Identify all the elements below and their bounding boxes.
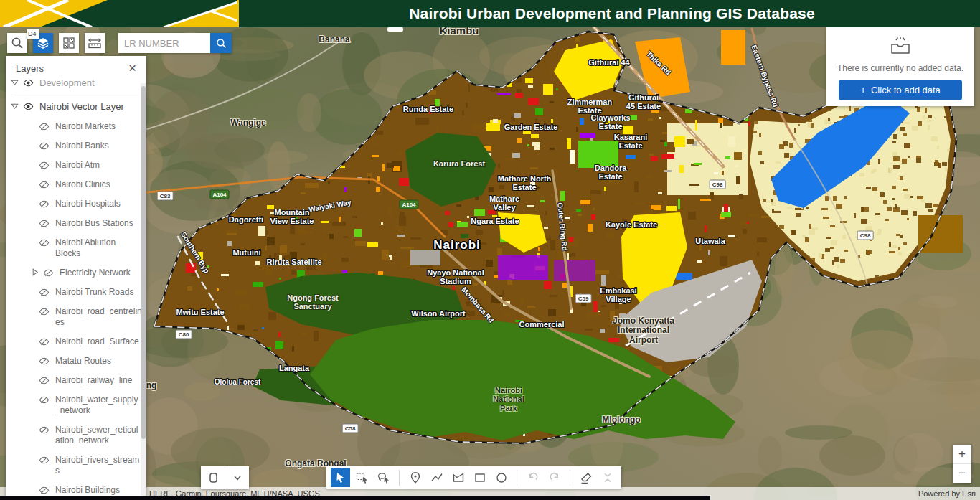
plus-icon: +	[860, 85, 866, 95]
layer-label[interactable]: Nairobi Trunk Roads	[55, 287, 142, 298]
visibility-eye-off-icon[interactable]	[39, 121, 50, 132]
visibility-eye-off-icon[interactable]	[39, 306, 50, 317]
sketch-tool-delete-button[interactable]	[576, 468, 595, 487]
layer-label[interactable]: Nairobi Banks	[55, 141, 142, 151]
panel-scrollbar[interactable]	[141, 83, 146, 496]
lr-number-input[interactable]	[118, 33, 210, 53]
visibility-eye-off-icon[interactable]	[39, 485, 50, 496]
layer-item-nairobi-road-centrelines[interactable]: Nairobi_road_centrelines	[6, 302, 146, 332]
layer-item-matatu-routes[interactable]: Matatu Routes	[6, 352, 146, 371]
sketch-tool-circle-button[interactable]	[491, 468, 511, 487]
sketch-tool-select-lasso-button[interactable]	[374, 468, 393, 487]
visibility-eye-off-icon[interactable]	[39, 356, 50, 367]
layer-item-nairobi-sewer-reticulation-network[interactable]: Nairobi_sewer_reticulation_network	[6, 420, 146, 451]
layer-label[interactable]: Nairobi_sewer_reticulation_network	[55, 425, 142, 446]
layer-label[interactable]: Nairobi Ablution Blocks	[55, 237, 142, 259]
sketch-tool-rectangle-button[interactable]	[470, 468, 489, 487]
layer-label[interactable]: Nairobi_water_supply_network	[55, 395, 142, 416]
visibility-eye-off-icon[interactable]	[39, 287, 50, 298]
visibility-eye-off-icon[interactable]	[39, 179, 50, 190]
visibility-eye-icon[interactable]	[23, 80, 34, 88]
layer-label[interactable]: Nairobi Buildings	[55, 485, 142, 496]
layer-label[interactable]: Nairobi_railway_line	[55, 375, 142, 386]
visibility-eye-off-icon[interactable]	[39, 375, 50, 386]
lr-search-button[interactable]	[210, 33, 232, 53]
collapsed-widget	[201, 466, 249, 489]
visibility-eye-off-icon[interactable]	[39, 336, 50, 347]
sketch-toolbar	[326, 466, 621, 489]
layer-label[interactable]: Development	[39, 80, 130, 89]
zoom-in-button[interactable]: +	[953, 445, 971, 463]
close-icon[interactable]: ×	[127, 62, 138, 74]
layer-label[interactable]: Nairobi Markets	[55, 121, 142, 132]
visibility-eye-off-icon[interactable]	[39, 199, 50, 209]
visibility-eye-icon[interactable]	[23, 101, 34, 112]
layer-group-nairobi-vector[interactable]: Nairobi Vector Layer	[6, 97, 146, 117]
layer-item-nairobi-rivers-streams[interactable]: Nairobi_rivers_streams	[6, 451, 146, 481]
layer-item-nairobi-markets[interactable]: Nairobi Markets	[6, 117, 146, 136]
sketch-tool-collapse-button[interactable]	[598, 468, 617, 487]
layer-item-nairobi-trunk-roads[interactable]: Nairobi Trunk Roads	[6, 283, 146, 302]
add-data-button-label: Click to add data	[871, 85, 941, 95]
layer-item-nairobi-water-supply-network[interactable]: Nairobi_water_supply_network	[6, 390, 146, 420]
layer-label[interactable]: Nairobi Clinics	[55, 179, 142, 190]
powered-by-esri: Powered by Esri	[918, 489, 976, 498]
scrollbar-thumb[interactable]	[141, 86, 146, 439]
rectangle-icon	[473, 471, 487, 485]
layer-list: Nairobi Vector LayerNairobi MarketsNairo…	[6, 97, 146, 500]
visibility-eye-off-icon[interactable]	[39, 218, 50, 229]
visibility-eye-off-icon[interactable]	[39, 395, 50, 405]
chevron-down-button[interactable]	[225, 466, 249, 489]
layer-label[interactable]: Nairobi_road_Surface	[55, 336, 142, 347]
delete-icon	[579, 471, 593, 485]
layer-item-nairobi-atm[interactable]: Nairobi Atm	[6, 156, 146, 175]
layer-label[interactable]: Nairobi Hospitals	[55, 199, 142, 209]
layer-item-nairobi-ablution-blocks[interactable]: Nairobi Ablution Blocks	[6, 233, 146, 263]
basemap-gallery-button[interactable]	[59, 33, 79, 53]
visibility-eye-off-icon[interactable]	[39, 455, 50, 466]
minimize-dash-icon[interactable]	[387, 27, 403, 32]
expand-arrow-icon[interactable]	[30, 268, 39, 277]
layer-item-nairobi-hospitals[interactable]: Nairobi Hospitals	[6, 194, 146, 214]
empty-tray-icon	[887, 36, 913, 56]
sketch-tool-select-rectangle-button[interactable]	[352, 468, 372, 487]
sketch-tool-select-button[interactable]	[331, 468, 350, 487]
visibility-eye-off-icon[interactable]	[43, 268, 54, 278]
visibility-eye-off-icon[interactable]	[39, 160, 50, 171]
sketch-tool-undo-button[interactable]	[523, 468, 542, 487]
layer-label[interactable]: Nairobi Atm	[55, 160, 142, 171]
select-icon	[334, 471, 348, 485]
toolbar-divider	[517, 470, 517, 486]
magnifier-icon	[10, 36, 24, 50]
layer-label[interactable]: Nairobi Bus Stations	[55, 218, 142, 229]
visibility-eye-off-icon[interactable]	[39, 425, 50, 435]
layer-group-development[interactable]: Development	[6, 80, 146, 92]
layer-label[interactable]: Nairobi_rivers_streams	[55, 455, 142, 476]
search-tool-button[interactable]	[7, 33, 27, 53]
ruler-icon	[87, 36, 103, 50]
sketch-tool-polyline-button[interactable]	[427, 468, 446, 487]
layer-item-nairobi-banks[interactable]: Nairobi Banks	[6, 136, 146, 156]
partial-layer-row: Development	[6, 80, 146, 92]
legend-note-button[interactable]	[201, 466, 225, 489]
layer-item-nairobi-railway-line[interactable]: Nairobi_railway_line	[6, 371, 146, 390]
layer-item-nairobi-clinics[interactable]: Nairobi Clinics	[6, 175, 146, 194]
layer-label[interactable]: Matatu Routes	[55, 356, 142, 367]
zoom-out-button[interactable]: −	[953, 464, 971, 483]
visibility-eye-off-icon[interactable]	[39, 237, 50, 248]
collapse-arrow-icon[interactable]	[10, 101, 19, 110]
layer-item-nairobi-bus-stations[interactable]: Nairobi Bus Stations	[6, 214, 146, 233]
layer-label[interactable]: Electricity Network	[60, 268, 142, 278]
layer-item-electricity-network[interactable]: Electricity Network	[6, 263, 146, 283]
sketch-tool-polygon-button[interactable]	[448, 468, 468, 487]
layer-label[interactable]: Nairobi_road_centrelines	[55, 306, 142, 328]
visibility-eye-off-icon[interactable]	[39, 141, 50, 151]
collapse-arrow-icon[interactable]	[10, 80, 19, 87]
select-lasso-icon	[377, 471, 391, 485]
measurement-tool-button[interactable]	[85, 33, 105, 53]
sketch-tool-redo-button[interactable]	[545, 468, 564, 487]
layer-item-nairobi-road-surface[interactable]: Nairobi_road_Surface	[6, 332, 146, 352]
sketch-tool-point-button[interactable]	[405, 468, 425, 487]
layer-label[interactable]: Nairobi Vector Layer	[39, 101, 130, 113]
add-data-button[interactable]: + Click to add data	[839, 80, 962, 100]
